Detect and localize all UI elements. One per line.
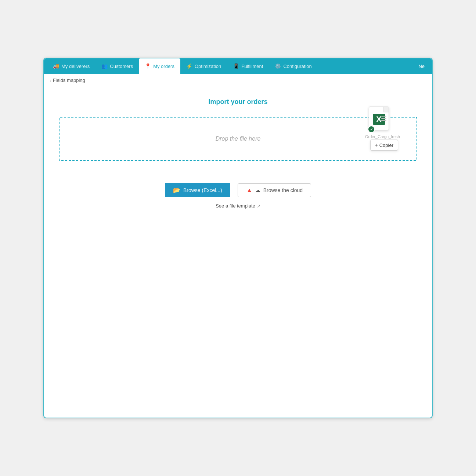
browse-cloud-button[interactable]: 🔺 ☁ Browse the cloud [238,183,311,197]
drop-zone-text: Drop the file here [216,136,261,142]
button-row: 📂 Browse (Excel...) 🔺 ☁ Browse the cloud [165,183,311,197]
breadcrumb: › Fields mapping [44,74,432,87]
breadcrumb-arrow: › [50,78,51,83]
tab-configuration-label: Configuration [283,64,311,69]
file-paper: X ✓ [369,107,389,130]
main-content: Import your orders Drop the file here X [44,87,432,418]
tab-customers[interactable]: 👥 Customers [95,58,139,74]
file-line-1 [381,116,386,117]
tab-my-deliverers-label: My deliverers [61,64,90,69]
folder-icon: 📂 [173,187,180,194]
optimization-icon: ⚡ [186,63,192,69]
browse-excel-button[interactable]: 📂 Browse (Excel...) [165,183,230,197]
action-area: 📂 Browse (Excel...) 🔺 ☁ Browse the cloud… [59,183,417,209]
copy-tooltip-label: Copier [379,143,393,148]
drop-zone[interactable]: Drop the file here X ✓ [59,117,417,161]
file-line-2 [381,118,386,119]
tab-my-orders-label: My orders [153,64,174,69]
tab-fulfillment-label: Fulfillment [241,64,263,69]
browse-cloud-label: Browse the cloud [263,187,303,193]
dragged-file: X ✓ Copier [365,107,394,139]
tab-optimization-label: Optimization [195,64,221,69]
tab-configuration[interactable]: ⚙️ Configuration [269,58,317,74]
customers-icon: 👥 [101,63,108,69]
cloud-icon: 🔺 [246,187,252,193]
tab-customers-label: Customers [110,64,133,69]
cloud-icon2: ☁ [255,187,260,193]
drop-zone-wrapper: Drop the file here X ✓ [59,117,417,161]
check-badge: ✓ [368,126,375,133]
file-lines [381,116,386,121]
nav-end-label: Ne [414,64,429,69]
configuration-icon: ⚙️ [275,63,281,69]
browse-excel-label: Browse (Excel...) [183,187,222,193]
tab-my-deliverers[interactable]: 🚚 My deliverers [47,58,95,74]
top-nav: 🚚 My deliverers 👥 Customers 📍 My orders … [44,58,432,74]
file-line-3 [381,120,386,121]
template-link[interactable]: See a file template ↗ [216,203,260,209]
tab-optimization[interactable]: ⚡ Optimization [180,58,227,74]
file-icon: X ✓ [369,107,391,132]
fulfillment-icon: 📱 [233,63,239,69]
app-container: 🚚 My deliverers 👥 Customers 📍 My orders … [43,58,433,418]
external-link-icon: ↗ [257,203,260,209]
template-link-label: See a file template [216,203,255,209]
section-title: Import your orders [59,98,417,106]
copy-tooltip: Copier [370,140,398,151]
tab-fulfillment[interactable]: 📱 Fulfillment [227,58,269,74]
tab-my-orders[interactable]: 📍 My orders [139,58,180,74]
deliverers-icon: 🚚 [53,63,59,69]
file-name-label: Order_Cargo_fresh [365,134,394,139]
breadcrumb-item[interactable]: Fields mapping [53,77,85,83]
orders-icon: 📍 [145,63,151,69]
